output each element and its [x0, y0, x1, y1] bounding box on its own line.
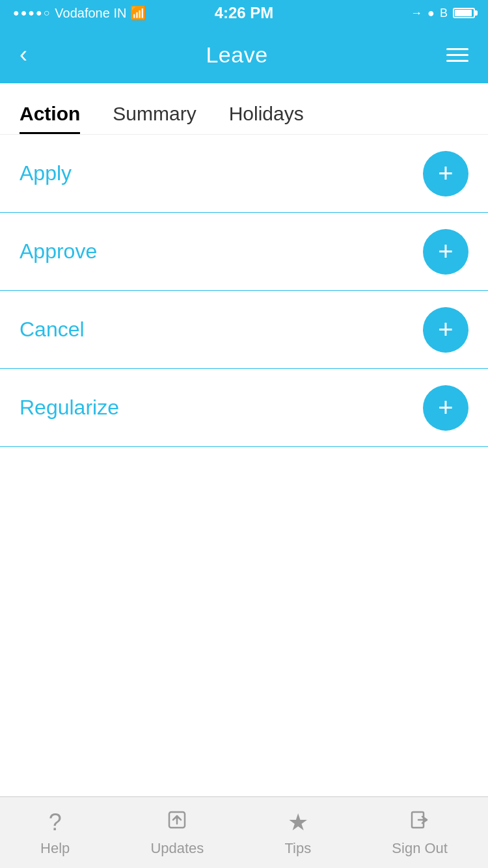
- signout-icon: [409, 809, 430, 836]
- updates-label: Updates: [150, 840, 204, 857]
- status-bar: ●●●●○ Vodafone IN 📶 4:26 PM → ● B: [0, 0, 488, 26]
- updates-icon: [167, 809, 187, 836]
- back-button[interactable]: ‹: [20, 43, 27, 66]
- approve-label: Approve: [20, 239, 97, 264]
- list-item-cancel[interactable]: Cancel +: [0, 291, 488, 369]
- menu-line-3: [446, 60, 468, 62]
- menu-line-2: [446, 54, 468, 56]
- apply-add-button[interactable]: +: [423, 151, 468, 197]
- approve-plus-icon: +: [438, 238, 453, 264]
- approve-add-button[interactable]: +: [423, 229, 468, 275]
- tab-summary[interactable]: Summary: [113, 103, 196, 134]
- bottom-tab-bar: ? Help Updates ★ Tips Sign Out: [0, 796, 488, 868]
- regularize-plus-icon: +: [438, 394, 453, 420]
- menu-button[interactable]: [446, 48, 468, 62]
- nav-bar: ‹ Leave: [0, 26, 488, 83]
- bottom-tab-signout[interactable]: Sign Out: [392, 809, 448, 857]
- apply-label: Apply: [20, 161, 72, 185]
- headphones-icon: ●: [427, 7, 435, 20]
- menu-line-1: [446, 48, 468, 50]
- tips-label: Tips: [284, 840, 311, 857]
- status-bar-right: → ● B: [411, 7, 475, 20]
- tab-holidays[interactable]: Holidays: [229, 103, 304, 134]
- carrier-label: Vodafone IN: [55, 6, 126, 21]
- list-item-approve[interactable]: Approve +: [0, 213, 488, 291]
- list-item-apply[interactable]: Apply +: [0, 135, 488, 213]
- cancel-label: Cancel: [20, 318, 85, 342]
- cancel-add-button[interactable]: +: [423, 307, 468, 353]
- cancel-plus-icon: +: [438, 316, 453, 342]
- help-label: Help: [40, 840, 70, 857]
- bottom-tab-help[interactable]: ? Help: [40, 809, 70, 857]
- battery-icon: [453, 8, 475, 18]
- status-bar-time: 4:26 PM: [215, 4, 274, 22]
- location-icon: →: [411, 7, 422, 20]
- apply-plus-icon: +: [438, 160, 453, 186]
- regularize-add-button[interactable]: +: [423, 385, 468, 431]
- list-item-regularize[interactable]: Regularize +: [0, 369, 488, 447]
- status-bar-left: ●●●●○ Vodafone IN 📶: [13, 5, 146, 21]
- content-area: Apply + Approve + Cancel + Regularize +: [0, 135, 488, 796]
- nav-title: Leave: [206, 42, 267, 68]
- wifi-icon: 📶: [130, 5, 146, 21]
- tips-icon: ★: [288, 809, 308, 836]
- tab-action[interactable]: Action: [20, 103, 80, 134]
- regularize-label: Regularize: [20, 396, 119, 420]
- help-icon: ?: [49, 809, 62, 836]
- bottom-tab-updates[interactable]: Updates: [150, 809, 204, 857]
- bluetooth-icon: B: [440, 7, 448, 20]
- signout-label: Sign Out: [392, 840, 448, 857]
- bottom-tab-tips[interactable]: ★ Tips: [284, 809, 311, 857]
- tab-bar: Action Summary Holidays: [0, 83, 488, 135]
- signal-dots: ●●●●○: [13, 7, 51, 19]
